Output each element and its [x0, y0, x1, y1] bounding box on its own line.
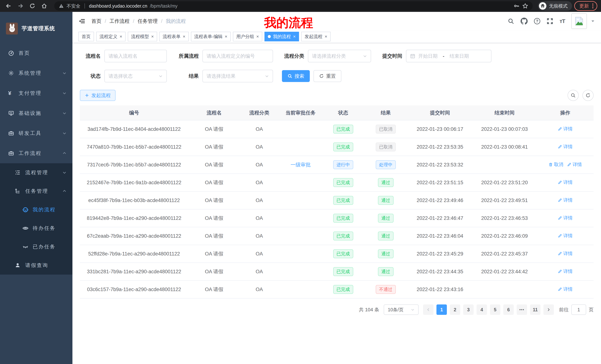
sidebar-item-process-mgmt[interactable]: 流程管理	[0, 163, 72, 182]
close-icon[interactable]: ×	[256, 34, 259, 39]
close-icon[interactable]: ×	[183, 34, 185, 39]
sidebar-item-infra[interactable]: 基础设施	[0, 103, 72, 123]
update-button[interactable]: 更新	[574, 1, 597, 11]
sidebar-item-home[interactable]: 首页	[0, 43, 72, 63]
tab-process-form[interactable]: 流程表单×	[159, 32, 189, 41]
page-button-4[interactable]: 4	[477, 305, 487, 315]
security-label[interactable]: 不安全	[67, 3, 80, 9]
breadcrumb-workflow[interactable]: 工作流程	[110, 18, 130, 25]
result-badge: 已取消	[376, 143, 396, 151]
more-pages-button[interactable]: •••	[517, 305, 527, 315]
detail-link[interactable]: 详情	[558, 268, 573, 274]
sidebar-item-leave-query[interactable]: 请假查询	[0, 256, 72, 275]
url-bar[interactable]: 不安全 dashboard.yudao.iocoder.cn/bpm/task/…	[54, 1, 533, 10]
tab-home[interactable]: 首页	[78, 32, 94, 41]
sidebar-item-my-process[interactable]: 我的流程	[0, 200, 72, 219]
refresh-table-button[interactable]	[582, 90, 594, 101]
process-def-input[interactable]	[202, 50, 273, 62]
start-process-button[interactable]: 发起流程	[80, 90, 116, 101]
tab-process-form-edit[interactable]: 流程表单-编辑×	[191, 32, 231, 41]
cell-name: OA 请假	[188, 192, 240, 209]
cell-submit-time: 2022-01-22 23:44:35	[408, 263, 472, 280]
status-badge: 已完成	[333, 285, 353, 294]
page-button-5[interactable]: 5	[490, 305, 500, 315]
category-select[interactable]: 请选择流程分类	[308, 50, 371, 62]
forward-icon[interactable]	[16, 1, 25, 11]
result-select[interactable]: 请选择流结果	[202, 70, 273, 82]
close-icon[interactable]: ×	[151, 34, 154, 39]
search-icon[interactable]	[508, 18, 514, 25]
caret-down-icon[interactable]	[591, 19, 595, 23]
detail-link[interactable]: 详情	[558, 233, 573, 239]
home-icon[interactable]	[39, 1, 49, 11]
status-select[interactable]: 请选择状态	[104, 70, 167, 82]
tab-process-model[interactable]: 流程模型×	[128, 32, 157, 41]
sidebar-item-todo-tasks[interactable]: 待办任务	[0, 219, 72, 238]
github-icon[interactable]	[521, 18, 528, 25]
sidebar-collapse-icon[interactable]	[78, 18, 85, 25]
detail-link[interactable]: 详情	[558, 144, 573, 150]
password-key-icon[interactable]	[514, 3, 520, 9]
goto-page-input[interactable]	[571, 305, 586, 315]
approval-task-link[interactable]: 一级审批	[290, 162, 311, 168]
col-category: 流程分类	[240, 105, 279, 120]
detail-link[interactable]: 详情	[567, 161, 582, 168]
page-button-2[interactable]: 2	[450, 305, 460, 315]
detail-link[interactable]: 详情	[558, 197, 573, 203]
page-size-select[interactable]: 10条/页	[384, 305, 419, 315]
detail-link[interactable]: 详情	[558, 250, 573, 257]
search-button[interactable]: 搜索	[282, 70, 310, 82]
page-button-11[interactable]: 11	[530, 305, 541, 315]
reload-icon[interactable]	[28, 1, 37, 11]
tab-my-process[interactable]: 我的流程×	[264, 32, 299, 41]
page-button-3[interactable]: 3	[463, 305, 474, 315]
close-icon[interactable]: ×	[293, 34, 296, 39]
page-button-6[interactable]: 6	[503, 305, 514, 315]
back-icon[interactable]	[4, 1, 13, 11]
cancel-link[interactable]: 取消	[549, 161, 563, 168]
breadcrumb-current: 我的流程	[166, 18, 186, 25]
close-icon[interactable]: ×	[120, 34, 122, 39]
detail-link[interactable]: 详情	[558, 286, 573, 292]
sidebar-item-payment[interactable]: ¥ 支付管理	[0, 83, 72, 103]
close-icon[interactable]: ×	[325, 34, 327, 39]
submit-time-range-picker[interactable]: 开始日期 - 结束日期	[406, 50, 491, 62]
cell-submit-time: 2022-01-23 00:06:17	[408, 120, 472, 138]
breadcrumb-home[interactable]: 首页	[91, 18, 101, 25]
font-size-icon[interactable]: тT	[560, 18, 565, 24]
chevron-down-icon	[62, 171, 67, 175]
incognito-label: 无痕模式	[549, 3, 568, 9]
col-current-task: 当前审批任务	[279, 105, 322, 120]
cell-result: 处理中	[364, 156, 408, 174]
sidebar-item-system[interactable]: 系统管理	[0, 63, 72, 83]
toggle-search-button[interactable]	[568, 90, 579, 101]
next-page-button[interactable]	[543, 305, 554, 315]
detail-link[interactable]: 详情	[558, 215, 573, 221]
close-icon[interactable]: ×	[225, 34, 227, 39]
prev-page-button[interactable]	[423, 305, 433, 315]
sidebar-item-task-mgmt[interactable]: 任务管理	[0, 182, 72, 200]
tab-start-process[interactable]: 发起流程×	[301, 32, 331, 41]
breadcrumb: 首页 / 工作流程 / 任务管理 / 我的流程	[91, 18, 186, 25]
avatar[interactable]	[571, 13, 587, 29]
tab-user-group[interactable]: 用户分组×	[233, 32, 262, 41]
help-icon[interactable]: ?	[534, 18, 540, 24]
cell-task	[279, 120, 322, 138]
sidebar-item-devtools[interactable]: 研发工具	[0, 123, 72, 143]
bookmark-star-icon[interactable]	[522, 3, 528, 9]
fullscreen-icon[interactable]	[547, 18, 553, 25]
process-name-input[interactable]	[104, 50, 167, 62]
browser-menu-icon[interactable]	[592, 3, 593, 8]
reset-button[interactable]: 重置	[313, 70, 341, 82]
detail-link[interactable]: 详情	[558, 126, 573, 132]
sidebar-item-workflow[interactable]: 工作流程	[0, 143, 72, 163]
trash-icon	[549, 162, 553, 167]
tab-process-definition[interactable]: 流程定义×	[96, 32, 126, 41]
col-actions: 操作	[537, 105, 594, 120]
app-logo-row[interactable]: 芋道管理系统	[0, 12, 72, 40]
page-button-1[interactable]: 1	[436, 305, 447, 315]
detail-link[interactable]: 详情	[558, 179, 573, 185]
breadcrumb-task-mgmt[interactable]: 任务管理	[138, 18, 158, 25]
cell-result: 不通过	[364, 280, 408, 298]
sidebar-item-done-tasks[interactable]: 已办任务	[0, 238, 72, 256]
